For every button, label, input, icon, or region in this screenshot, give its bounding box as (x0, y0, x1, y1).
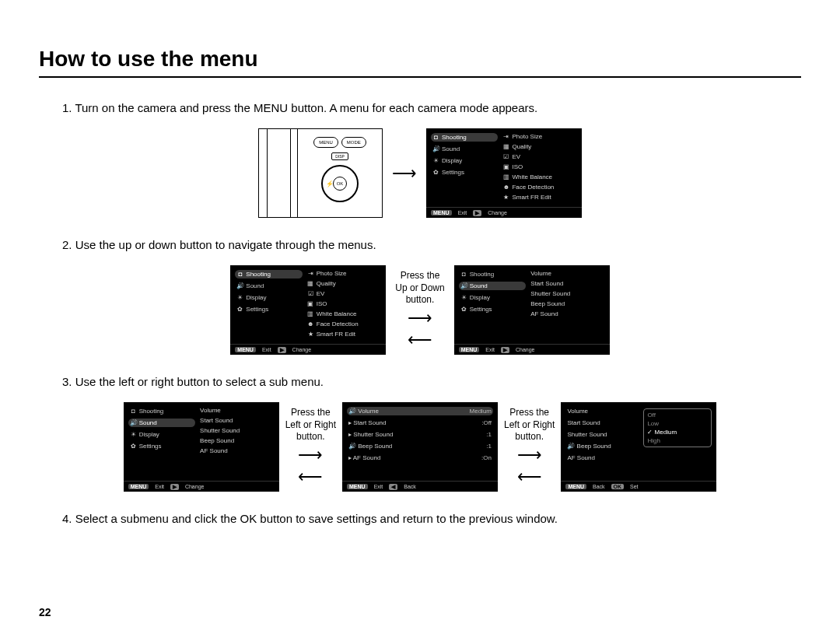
camera-back-illustration: MENU MODE DISP ⚡ OK (258, 128, 383, 218)
flash-icon: ⚡ (326, 180, 334, 187)
updown-label: Press the Up or Down button. ⟶ ⟵ (395, 270, 444, 350)
left-item-display: ☀Display (431, 156, 498, 165)
step-2: 2. Use the up or down button to navigate… (62, 238, 801, 251)
left-item-settings: ✿Settings (431, 168, 498, 177)
lr-label-2: Press the Left or Right button. ⟶⟵ (504, 407, 555, 487)
arrow-right-icon: ⟶ (392, 163, 417, 184)
step-4: 4. Select a submenu and click the OK but… (62, 512, 801, 525)
row-2: ◘Shooting 🔊Sound ☀Display ✿Settings ⇥Pho… (39, 265, 801, 355)
right-item-face: ☻Face Detection (502, 184, 577, 191)
lcd-sound-menu-2: ◘Shooting 🔊Sound ☀Display ✿Settings Volu… (124, 402, 279, 492)
right-item-wb: ▥White Balance (502, 173, 577, 180)
lcd-volume-options: Volume Start Sound Shutter Sound 🔊 Beep … (561, 402, 716, 492)
nav-pad: ⚡ OK (321, 165, 359, 202)
right-item-ev: ☑EV (502, 153, 577, 160)
page-number: 22 (39, 606, 51, 618)
right-item-smart: ★Smart FR Edit (502, 194, 577, 201)
lcd-shooting-menu-2: ◘Shooting 🔊Sound ☀Display ✿Settings ⇥Pho… (230, 265, 386, 355)
lcd-shooting-menu: ◘Shooting 🔊Sound ☀Display ✿Settings ⇥Pho… (426, 128, 582, 218)
right-item-quality: ▦Quality (502, 143, 577, 150)
right-item-photo-size: ⇥Photo Size (502, 133, 577, 140)
page-title: How to use the menu (39, 47, 801, 78)
left-item-shooting: ◘Shooting (431, 133, 498, 142)
row-1: MENU MODE DISP ⚡ OK ⟶ ◘Shooting 🔊Sound ☀… (39, 128, 801, 218)
right-item-iso: ▣ISO (502, 163, 577, 170)
opt-off: Off (644, 411, 711, 419)
mode-button: MODE (341, 137, 366, 148)
lcd-sound-menu: ◘Shooting 🔊Sound ☀Display ✿Settings Volu… (454, 265, 610, 355)
arrow-right-icon: ⟶ (408, 308, 432, 328)
footer-change-icon: ▶ (473, 210, 481, 216)
step-3: 3. Use the left or right button to selec… (62, 375, 801, 388)
lcd-sound-values: 🔊 VolumeMedium ▸ Start Sound:Off ▸ Shutt… (342, 402, 498, 492)
opt-low: Low (644, 419, 711, 428)
ok-button: OK (333, 177, 347, 191)
menu-button: MENU (313, 137, 338, 148)
left-item-sound: 🔊Sound (431, 145, 498, 153)
opt-high: High (644, 436, 711, 445)
disp-label: DISP (331, 152, 348, 160)
lr-label-1: Press the Left or Right button. ⟶⟵ (285, 407, 336, 487)
step-1: 1. Turn on the camera and press the MENU… (62, 101, 801, 114)
row-3: ◘Shooting 🔊Sound ☀Display ✿Settings Volu… (39, 402, 801, 492)
opt-medium: ✓ Medium (644, 428, 711, 436)
footer-menu-tag: MENU (431, 210, 452, 215)
arrow-left-icon: ⟵ (408, 330, 432, 350)
